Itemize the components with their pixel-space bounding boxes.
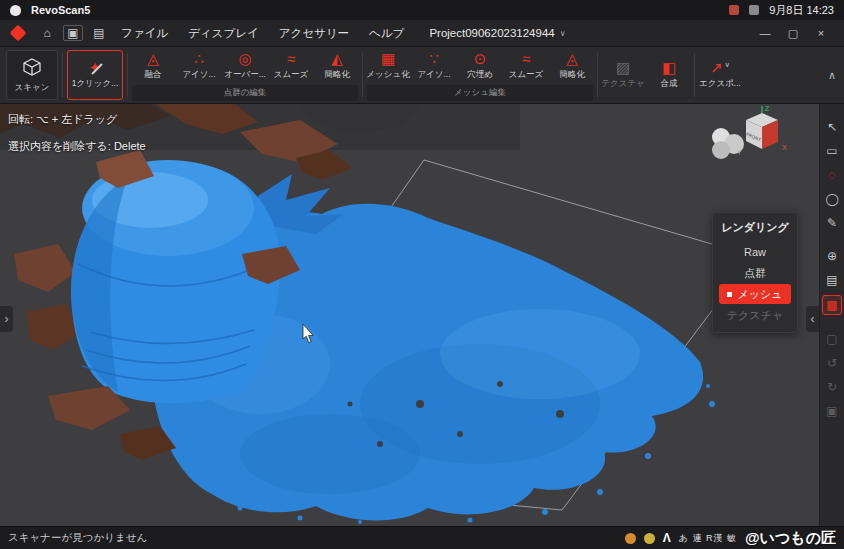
- project-name: Project09062023124944: [429, 27, 554, 39]
- fusion-icon: ◬: [147, 51, 159, 66]
- selection-tool-strip: ↖ ▭ ◌ ◯ ✎ ⊕ ▤ ▩ ▢ ↺ ↻ ▣: [819, 104, 844, 526]
- smooth-points-button[interactable]: ≈ スムーズ: [268, 47, 314, 85]
- toolbar-divider: [694, 53, 695, 97]
- project-dropdown[interactable]: Project09062023124944 ∨: [429, 27, 565, 39]
- texture-icon: ▨: [616, 60, 630, 75]
- maximize-button[interactable]: ▢: [780, 27, 806, 40]
- rect-select-icon[interactable]: ▭: [823, 142, 841, 160]
- smooth-mesh-label: スムーズ: [509, 69, 544, 81]
- lasso-select-icon[interactable]: ◌: [823, 166, 841, 184]
- close-button[interactable]: ×: [808, 27, 834, 39]
- device-icon[interactable]: ▣: [63, 25, 83, 41]
- menu-file[interactable]: ファイル: [112, 26, 177, 41]
- export-caret-icon: ∨: [725, 61, 730, 69]
- smooth-points-icon: ≈: [287, 51, 295, 66]
- composite-icon: ◧: [662, 60, 676, 75]
- simplify-mesh-button[interactable]: ◬ 簡略化: [549, 47, 595, 85]
- minimize-button[interactable]: —: [752, 27, 778, 39]
- menubar-status-icon[interactable]: [729, 5, 739, 15]
- isolate-points-button[interactable]: ∴ アイソ...: [176, 47, 222, 85]
- simplify-mesh-label: 簡略化: [559, 69, 585, 81]
- simplify-points-button[interactable]: ◭ 簡略化: [314, 47, 360, 85]
- render-option-pointcloud[interactable]: 点群: [719, 263, 791, 283]
- smooth-mesh-button[interactable]: ≈ スムーズ: [503, 47, 549, 85]
- right-panel-collapse-button[interactable]: ‹: [806, 306, 819, 332]
- simplify-points-label: 簡略化: [324, 69, 350, 81]
- mesh-button[interactable]: ▦ メッシュ化: [365, 47, 411, 85]
- gizmo-x-label: X: [782, 144, 787, 151]
- export-button[interactable]: ↗ ∨ エクスポ...: [697, 47, 743, 103]
- export-label: エクスポ...: [699, 78, 741, 90]
- redo-icon: ↻: [823, 378, 841, 396]
- smooth-points-label: スムーズ: [274, 69, 309, 81]
- menubar-app-name[interactable]: RevoScan5: [31, 4, 90, 16]
- pointcloud-group-label: 点群の編集: [132, 85, 358, 101]
- menubar-control-center-icon[interactable]: [749, 5, 759, 15]
- app-titlebar: ⌂ ▣ ▤ ファイル ディスプレイ アクセサリー ヘルプ Project0906…: [0, 20, 844, 47]
- ime-candidates[interactable]: あ 連 R漢 敏: [679, 532, 737, 545]
- cursor-icon[interactable]: ↖: [823, 118, 841, 136]
- rendering-panel: レンダリング Raw 点群 メッシュ テクスチャ: [712, 212, 798, 333]
- toolbar-collapse-button[interactable]: ∧: [828, 69, 836, 82]
- watermark-text: @いつもの匠: [745, 529, 836, 548]
- mesh-icon: ▦: [381, 51, 395, 66]
- isolate-mesh-button[interactable]: ∵ アイソ...: [411, 47, 457, 85]
- texture-button: ▨ テクスチャ: [600, 47, 646, 103]
- hint-delete: 選択内容を削除する: Delete: [8, 139, 146, 154]
- export-icon: ↗: [710, 60, 723, 75]
- main-toolbar: スキャン ✦ 1クリック... ◬ 融合 ∴ アイソ... ◎ オーバー...: [0, 47, 844, 104]
- statusbar: スキャナーが見つかりません Λ あ 連 R漢 敏 @いつもの匠: [0, 526, 844, 549]
- toolbar-divider: [597, 53, 598, 97]
- fill-holes-button[interactable]: ⊙ 穴埋め: [457, 47, 503, 85]
- menu-accessory[interactable]: アクセサリー: [270, 26, 358, 41]
- render-option-raw[interactable]: Raw: [719, 242, 791, 262]
- draw-select-icon[interactable]: ✎: [823, 214, 841, 232]
- pointcloud-edit-group: ◬ 融合 ∴ アイソ... ◎ オーバー... ≈ スムーズ ◭ 簡略化: [130, 47, 360, 103]
- menubar-datetime[interactable]: 9月8日 14:23: [769, 3, 834, 18]
- left-panel-expand-button[interactable]: ›: [0, 306, 13, 332]
- isolate-points-label: アイソ...: [182, 69, 215, 81]
- viewport-hints: 回転: ⌥ + 左ドラッグ 選択内容を削除する: Delete: [8, 112, 146, 166]
- home-icon[interactable]: ⌂: [36, 26, 58, 40]
- render-option-texture: テクスチャ: [719, 305, 791, 325]
- mesh-edit-group: ▦ メッシュ化 ∵ アイソ... ⊙ 穴埋め ≈ スムーズ ◬ 簡略化: [365, 47, 595, 103]
- toolbar-divider: [62, 53, 63, 97]
- gizmo-y-label: Y: [737, 149, 742, 156]
- menu-display[interactable]: ディスプレイ: [179, 26, 268, 41]
- viewport[interactable]: FRONT Z X Y 回転: ⌥ + 左ドラッグ 選択内容を削除する: Del…: [0, 104, 844, 526]
- gizmo-z-label: Z: [765, 105, 770, 112]
- box-tool-icon: ▢: [823, 330, 841, 348]
- hint-rotate: 回転: ⌥ + 左ドラッグ: [8, 112, 146, 127]
- isolate-mesh-icon: ∵: [429, 51, 439, 66]
- simplify-mesh-icon: ◬: [566, 51, 578, 66]
- ime-app-icon-2[interactable]: [644, 533, 655, 544]
- one-click-button[interactable]: ✦ 1クリック...: [67, 50, 123, 100]
- fill-select-icon[interactable]: ▩: [822, 295, 842, 315]
- undo-icon: ↺: [823, 354, 841, 372]
- composite-label: 合成: [661, 78, 678, 90]
- apple-menu-icon[interactable]: [10, 5, 21, 16]
- rotate-view-icon[interactable]: ⊕: [823, 247, 841, 265]
- render-option-mesh[interactable]: メッシュ: [719, 284, 791, 304]
- overlap-button[interactable]: ◎ オーバー...: [222, 47, 268, 85]
- revopoint-logo-icon: [10, 25, 27, 42]
- fill-holes-icon: ⊙: [474, 51, 487, 66]
- macos-menubar: RevoScan5 9月8日 14:23: [0, 0, 844, 20]
- logo-mark: Λ: [663, 531, 671, 545]
- scanner-status-message: スキャナーが見つかりません: [8, 531, 147, 545]
- isolate-mesh-label: アイソ...: [417, 69, 450, 81]
- simplify-points-icon: ◭: [331, 51, 343, 66]
- toolbar-divider: [362, 53, 363, 97]
- magic-wand-icon: ✦: [89, 60, 102, 75]
- scan-button[interactable]: スキャン: [6, 50, 58, 100]
- overlap-icon: ◎: [238, 51, 251, 66]
- menu-help[interactable]: ヘルプ: [360, 26, 413, 41]
- scan-button-label: スキャン: [15, 82, 50, 94]
- ime-app-icon[interactable]: [625, 533, 636, 544]
- clip-plane-icon[interactable]: ▤: [823, 271, 841, 289]
- fusion-button[interactable]: ◬ 融合: [130, 47, 176, 85]
- file-manager-icon[interactable]: ▤: [88, 26, 110, 40]
- ellipse-select-icon[interactable]: ◯: [823, 190, 841, 208]
- scan-cube-icon: [22, 57, 42, 79]
- composite-button[interactable]: ◧ 合成: [646, 47, 692, 103]
